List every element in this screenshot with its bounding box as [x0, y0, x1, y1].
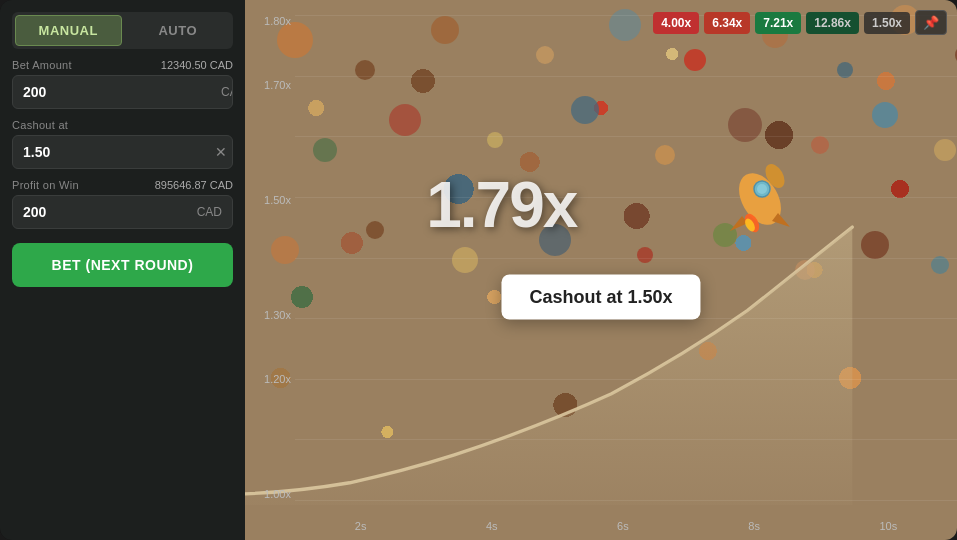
profit-value: 200: [23, 204, 197, 220]
profit-row: 200 CAD: [12, 195, 233, 229]
main-container: MANUAL AUTO Bet Amount 12340.50 CAD CAD …: [0, 0, 957, 540]
bet-input-row: CAD ½ 2x: [12, 75, 233, 109]
right-panel: 1.80x 1.70x 1.50x 1.30x 1.20x 1.00x: [245, 0, 957, 540]
bet-input[interactable]: [13, 76, 221, 108]
rocket-icon: [720, 151, 800, 241]
profit-currency: CAD: [197, 205, 222, 219]
tab-manual[interactable]: MANUAL: [15, 15, 122, 46]
cashout-clear-button[interactable]: ✕: [211, 140, 231, 164]
y-label-120: 1.20x: [249, 373, 291, 385]
badge-721[interactable]: 7.21x: [755, 12, 801, 34]
x-label-10s: 10s: [879, 520, 897, 532]
profit-balance: 895646.87 CAD: [155, 179, 233, 191]
bet-amount-section: Bet Amount 12340.50 CAD CAD ½ 2x: [12, 59, 233, 109]
left-panel: MANUAL AUTO Bet Amount 12340.50 CAD CAD …: [0, 0, 245, 540]
cashout-input-row: ✕: [12, 135, 233, 169]
cashout-input[interactable]: [23, 136, 211, 168]
badge-634[interactable]: 6.34x: [704, 12, 750, 34]
cashout-label: Cashout at: [12, 119, 68, 131]
multiplier-display: 1.79x: [426, 168, 576, 242]
y-axis: 1.80x 1.70x 1.50x 1.30x 1.20x 1.00x: [245, 15, 295, 500]
bet-amount-label: Bet Amount: [12, 59, 72, 71]
x-label-6s: 6s: [617, 520, 629, 532]
badge-150[interactable]: 1.50x: [864, 12, 910, 34]
tab-row: MANUAL AUTO: [12, 12, 233, 49]
y-label-130: 1.30x: [249, 309, 291, 321]
bet-button[interactable]: BET (NEXT ROUND): [12, 243, 233, 287]
profit-label: Profit on Win: [12, 179, 79, 191]
bet-currency: CAD: [221, 85, 233, 99]
y-label-100: 1.00x: [249, 488, 291, 500]
y-label-150: 1.50x: [249, 194, 291, 206]
cashout-section: Cashout at ✕: [12, 119, 233, 169]
bet-balance: 12340.50 CAD: [161, 59, 233, 71]
y-label-170: 1.70x: [249, 79, 291, 91]
x-axis: 2s 4s 6s 8s 10s: [295, 520, 957, 532]
badges-row: 4.00x 6.34x 7.21x 12.86x 1.50x 📌: [653, 10, 947, 35]
profit-section: Profit on Win 895646.87 CAD 200 CAD: [12, 179, 233, 229]
tab-auto[interactable]: AUTO: [126, 15, 231, 46]
y-label-180: 1.80x: [249, 15, 291, 27]
x-label-2s: 2s: [355, 520, 367, 532]
pin-button[interactable]: 📌: [915, 10, 947, 35]
badge-400[interactable]: 4.00x: [653, 12, 699, 34]
cashout-banner: Cashout at 1.50x: [501, 275, 700, 320]
x-label-8s: 8s: [748, 520, 760, 532]
badge-1286[interactable]: 12.86x: [806, 12, 859, 34]
svg-point-33: [757, 184, 767, 194]
x-label-4s: 4s: [486, 520, 498, 532]
